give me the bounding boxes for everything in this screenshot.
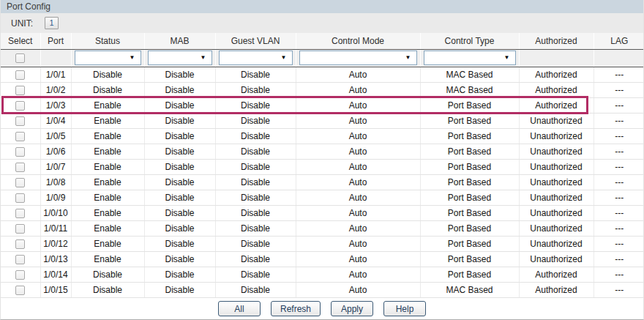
row-checkbox[interactable]	[15, 101, 25, 111]
row-checkbox[interactable]	[15, 132, 25, 141]
authorized-cell: Authorized	[519, 67, 594, 82]
status-cell: Disable	[71, 82, 144, 97]
row-select-cell	[1, 97, 40, 113]
guest-vlan-filter-select[interactable]	[219, 51, 293, 65]
guest-vlan-cell: Disable	[215, 159, 296, 174]
control-type-cell: MAC Based	[420, 67, 519, 82]
mab-cell: Disable	[144, 251, 215, 267]
authorized-cell: Unauthorized	[519, 128, 594, 144]
mab-cell: Disable	[144, 282, 215, 297]
column-header-guest-vlan: Guest VLAN	[215, 33, 296, 49]
table-row: 1/0/7 Enable Disable Disable Auto Port B…	[1, 159, 644, 174]
status-cell: Enable	[71, 97, 144, 113]
authorized-cell: Authorized	[519, 267, 594, 282]
guest-vlan-cell: Disable	[215, 174, 296, 190]
row-checkbox[interactable]	[15, 116, 25, 126]
control-type-cell: Port Based	[420, 220, 519, 236]
apply-button[interactable]: Apply	[331, 301, 373, 316]
unit-label: UNIT:	[11, 18, 33, 29]
table-row: 1/0/11 Enable Disable Disable Auto Port …	[1, 220, 644, 236]
control-mode-filter-select[interactable]	[299, 51, 417, 65]
mab-cell: Disable	[144, 220, 215, 236]
mab-cell: Disable	[144, 97, 215, 113]
lag-cell: ---	[594, 282, 644, 297]
all-button[interactable]: All	[218, 301, 261, 316]
row-checkbox[interactable]	[15, 255, 25, 264]
port-cell: 1/0/12	[40, 236, 71, 251]
guest-vlan-cell: Disable	[215, 67, 296, 82]
table-row: 1/0/15 Disable Disable Disable Auto MAC …	[1, 282, 644, 297]
unit-1-button[interactable]: 1	[45, 17, 59, 29]
column-header-status: Status	[71, 33, 144, 49]
authorized-cell: Authorized	[519, 82, 594, 97]
row-select-cell	[1, 144, 40, 159]
authorized-cell: Unauthorized	[519, 113, 594, 128]
mab-cell: Disable	[144, 113, 215, 128]
row-checkbox[interactable]	[15, 86, 25, 95]
guest-vlan-cell: Disable	[215, 251, 296, 267]
authorized-cell: Unauthorized	[519, 159, 594, 174]
lag-cell: ---	[594, 251, 644, 267]
port-cell: 1/0/14	[40, 267, 71, 282]
row-checkbox[interactable]	[15, 193, 25, 203]
port-cell: 1/0/13	[40, 251, 71, 267]
row-checkbox[interactable]	[15, 270, 25, 280]
table-row: 1/0/9 Enable Disable Disable Auto Port B…	[1, 190, 644, 205]
filter-lag-empty-cell	[594, 49, 644, 67]
row-checkbox[interactable]	[15, 70, 25, 80]
control-mode-cell: Auto	[296, 82, 420, 97]
column-header-mab: MAB	[144, 33, 215, 49]
authorized-cell: Unauthorized	[519, 236, 594, 251]
table-row: 1/0/10 Enable Disable Disable Auto Port …	[1, 205, 644, 220]
row-checkbox[interactable]	[15, 286, 25, 295]
select-all-checkbox[interactable]	[15, 53, 25, 63]
port-cell: 1/0/5	[40, 128, 71, 144]
table-row: 1/0/13 Enable Disable Disable Auto Port …	[1, 251, 644, 267]
status-cell: Enable	[71, 251, 144, 267]
row-checkbox[interactable]	[15, 209, 25, 218]
guest-vlan-cell: Disable	[215, 282, 296, 297]
status-cell: Enable	[71, 159, 144, 174]
port-cell: 1/0/15	[40, 282, 71, 297]
guest-vlan-cell: Disable	[215, 190, 296, 205]
control-mode-cell: Auto	[296, 128, 420, 144]
control-type-cell: Port Based	[420, 236, 519, 251]
column-header-port: Port	[40, 33, 71, 49]
guest-vlan-cell: Disable	[215, 97, 296, 113]
row-checkbox[interactable]	[15, 224, 25, 234]
mab-cell: Disable	[144, 82, 215, 97]
authorized-cell: Unauthorized	[519, 174, 594, 190]
row-checkbox[interactable]	[15, 178, 25, 187]
row-checkbox[interactable]	[15, 163, 25, 172]
port-config-panel: Port Config UNIT: 1 Select Port Status M…	[0, 0, 644, 320]
row-checkbox[interactable]	[15, 147, 25, 157]
help-button[interactable]: Help	[383, 301, 426, 316]
authorized-cell: Unauthorized	[519, 251, 594, 267]
mab-cell: Disable	[144, 128, 215, 144]
authorized-cell: Unauthorized	[519, 144, 594, 159]
control-type-cell: Port Based	[420, 144, 519, 159]
port-cell: 1/0/3	[40, 97, 71, 113]
status-filter-select[interactable]	[75, 51, 141, 65]
control-type-cell: Port Based	[420, 174, 519, 190]
control-type-cell: Port Based	[420, 267, 519, 282]
row-checkbox[interactable]	[15, 239, 25, 249]
status-cell: Enable	[71, 190, 144, 205]
lag-cell: ---	[594, 144, 644, 159]
control-type-cell: Port Based	[420, 251, 519, 267]
lag-cell: ---	[594, 67, 644, 82]
row-select-cell	[1, 205, 40, 220]
status-cell: Enable	[71, 128, 144, 144]
row-select-cell	[1, 282, 40, 297]
port-cell: 1/0/7	[40, 159, 71, 174]
mab-cell: Disable	[144, 67, 215, 82]
lag-cell: ---	[594, 205, 644, 220]
mab-filter-select[interactable]	[148, 51, 212, 65]
refresh-button[interactable]: Refresh	[271, 301, 321, 316]
guest-vlan-cell: Disable	[215, 113, 296, 128]
control-type-filter-select[interactable]	[424, 51, 516, 65]
control-mode-cell: Auto	[296, 113, 420, 128]
status-cell: Disable	[71, 67, 144, 82]
authorized-cell: Authorized	[519, 282, 594, 297]
control-type-cell: Port Based	[420, 159, 519, 174]
